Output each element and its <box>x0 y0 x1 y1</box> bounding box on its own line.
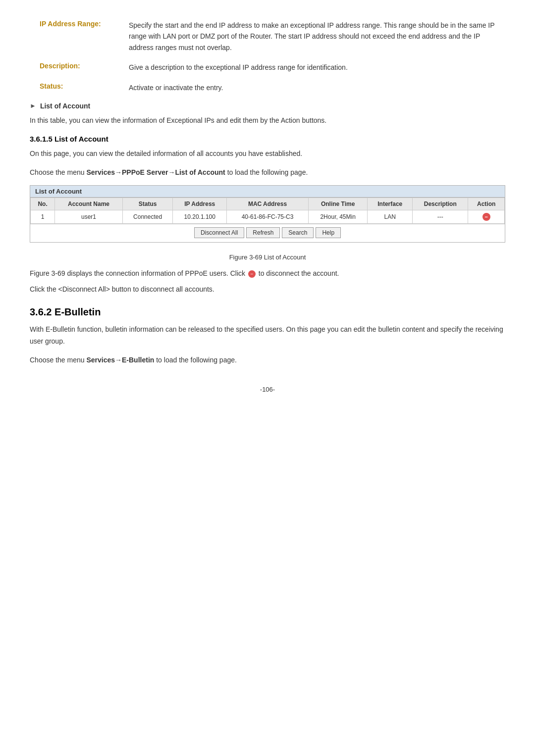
account-table: No. Account Name Status IP Address MAC A… <box>30 198 505 224</box>
cell-mac-address: 40-61-86-FC-75-C3 <box>227 210 309 224</box>
help-button[interactable]: Help <box>316 227 341 238</box>
figure-desc-1: Figure 3-69 displays the connection info… <box>30 269 245 277</box>
table-buttons: Disconnect All Refresh Search Help <box>30 224 505 242</box>
table-header-row: No. Account Name Status IP Address MAC A… <box>31 198 505 210</box>
col-interface: Interface <box>368 198 413 210</box>
col-description: Description <box>413 198 468 210</box>
disconnect-all-button[interactable]: Disconnect All <box>194 227 244 238</box>
col-action: Action <box>468 198 505 210</box>
cell-no: 1 <box>31 210 55 224</box>
status-row: Status: Activate or inactivate the entry… <box>40 82 505 93</box>
cell-online-time: 2Hour, 45Min <box>308 210 368 224</box>
list-of-account-table-wrapper: List of Account No. Account Name Status … <box>30 185 505 243</box>
ip-address-range-label: IP Address Range: <box>40 20 129 28</box>
section-362-heading: 3.6.2 E-Bulletin <box>30 306 505 318</box>
figure-desc-3: Click the <Disconnect All> button to dis… <box>30 284 505 296</box>
col-status: Status <box>122 198 173 210</box>
col-account-name: Account Name <box>55 198 123 210</box>
disconnect-inline-icon: − <box>248 270 256 278</box>
refresh-button[interactable]: Refresh <box>246 227 280 238</box>
table-title: List of Account <box>30 186 505 198</box>
col-ip-address: IP Address <box>173 198 227 210</box>
cell-interface: LAN <box>368 210 413 224</box>
description-desc: Give a description to the exceptional IP… <box>129 62 505 73</box>
status-desc: Activate or inactivate the entry. <box>129 82 505 93</box>
bullet-arrow-icon: ► <box>30 102 36 109</box>
cell-account-name: user1 <box>55 210 123 224</box>
table-row: 1 user1 Connected 10.20.1.100 40-61-86-F… <box>31 210 505 224</box>
section-361-intro: On this page, you can view the detailed … <box>30 148 505 160</box>
fields-section: IP Address Range: Specify the start and … <box>40 20 505 93</box>
ip-address-range-row: IP Address Range: Specify the start and … <box>40 20 505 53</box>
section-362-intro1: With E-Bulletin function, bulletin infor… <box>30 324 505 348</box>
cell-status: Connected <box>122 210 173 224</box>
intro-text: In this table, you can view the informat… <box>30 115 505 127</box>
section-361-choose-menu: Choose the menu Services→PPPoE Server→Li… <box>30 167 505 179</box>
description-label: Description: <box>40 62 129 70</box>
col-online-time: Online Time <box>308 198 368 210</box>
ip-address-range-desc: Specify the start and the end IP address… <box>129 20 505 53</box>
figure-desc-2: to disconnect the account. <box>259 269 339 277</box>
figure-caption: Figure 3-69 List of Account <box>30 253 505 261</box>
search-button[interactable]: Search <box>282 227 314 238</box>
cell-ip-address: 10.20.1.100 <box>173 210 227 224</box>
col-mac-address: MAC Address <box>227 198 309 210</box>
bullet-heading-label: List of Account <box>40 102 90 110</box>
cell-action: − <box>468 210 505 224</box>
section-362-choose-menu: Choose the menu Services→E-Bulletin to l… <box>30 354 505 366</box>
section-361-heading: 3.6.1.5 List of Account <box>30 135 505 143</box>
disconnect-icon[interactable]: − <box>482 213 490 221</box>
col-no: No. <box>31 198 55 210</box>
section-362: 3.6.2 E-Bulletin With E-Bulletin functio… <box>30 306 505 366</box>
status-label: Status: <box>40 82 129 90</box>
figure-desc: Figure 3-69 displays the connection info… <box>30 268 505 280</box>
cell-description: --- <box>413 210 468 224</box>
description-row: Description: Give a description to the e… <box>40 62 505 73</box>
bullet-list-of-account: ► List of Account <box>30 102 505 110</box>
page-number: -106- <box>30 386 505 393</box>
